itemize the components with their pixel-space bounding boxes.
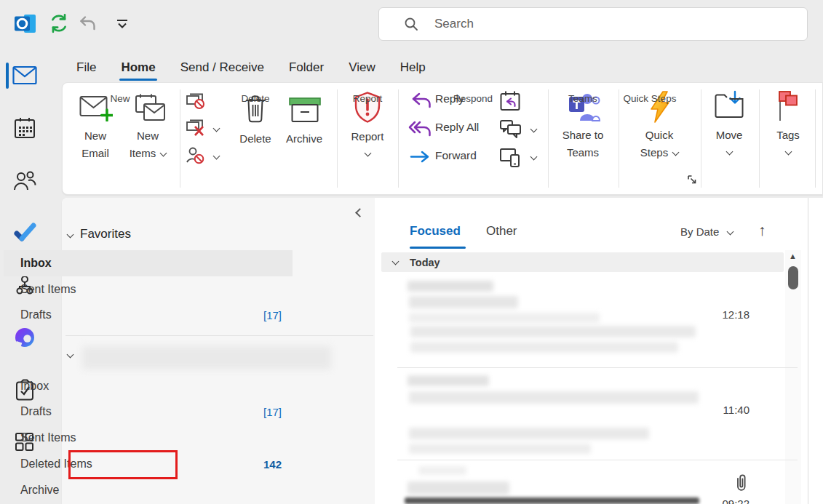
message-row-1[interactable]: 12:18 [381, 278, 784, 367]
account-header[interactable] [68, 352, 73, 357]
search-icon [404, 17, 418, 31]
menu-bar: File Home Send / Receive Folder View Hel… [62, 54, 427, 81]
reply-all-icon [408, 121, 432, 137]
nav-calendar-button[interactable] [14, 117, 36, 140]
new-items-chevron-icon [160, 150, 167, 157]
undo-icon [78, 14, 98, 33]
block-sender-button[interactable] [185, 146, 223, 168]
group-label-respond: Respond [444, 93, 502, 104]
message-time: 09:22 [716, 497, 750, 504]
folder-archive[interactable]: Archive [4, 477, 293, 503]
collapse-folder-pane-button[interactable] [357, 206, 363, 219]
message-divider [397, 367, 798, 368]
today-group-header[interactable]: Today [381, 252, 784, 272]
reply-with-device-button[interactable] [499, 147, 540, 169]
message-list-scrollbar[interactable]: ▲ [785, 250, 801, 504]
folder-sent-items[interactable]: Sent Items [4, 425, 293, 451]
junk-icon [185, 119, 207, 138]
account-name-redacted [82, 346, 331, 369]
send-receive-button[interactable] [48, 12, 70, 34]
today-chevron-icon [392, 257, 399, 265]
drafts-count-badge: [17] [263, 309, 282, 321]
folder-drafts-favorite[interactable]: Drafts [17] [4, 302, 293, 328]
outlook-window: { "app": {"name": "Outlook"}, "search": … [0, 0, 823, 504]
tags-chevron-icon [785, 148, 792, 156]
junk-button[interactable] [185, 119, 223, 140]
quick-steps-chevron-icon [672, 149, 680, 156]
toolbar-overflow-icon [115, 18, 130, 30]
outlook-logo [13, 12, 37, 36]
tab-focused[interactable]: Focused [410, 224, 461, 239]
calendar-icon [14, 117, 36, 140]
reading-pane-edge [808, 198, 823, 504]
reply-all-button[interactable]: Reply All [408, 120, 485, 137]
collapse-chevron-icon [355, 208, 365, 217]
message-row-3[interactable]: 09:22 [381, 463, 784, 504]
menu-home[interactable]: Home [119, 57, 156, 78]
sort-chevron-icon [726, 228, 733, 236]
meeting-reply-button[interactable] [499, 90, 522, 112]
forward-icon [410, 151, 430, 163]
nav-mail-button[interactable] [12, 65, 37, 86]
deleted-items-count-badge: 142 [263, 458, 282, 471]
drafts-count-badge: [17] [263, 406, 282, 418]
im-chevron-icon [530, 126, 538, 133]
scrollbar-thumb[interactable] [788, 266, 798, 289]
devices-icon [499, 147, 521, 167]
tags-button[interactable]: Tags [768, 89, 808, 165]
active-module-indicator [6, 63, 9, 89]
scroll-up-arrow[interactable]: ▲ [789, 252, 797, 260]
mail-icon [12, 65, 37, 86]
menu-send-receive[interactable]: Send / Receive [179, 57, 266, 78]
junk-chevron-icon [213, 125, 220, 132]
list-right-border [808, 198, 808, 504]
tab-other[interactable]: Other [486, 224, 517, 239]
folder-inbox-favorite[interactable]: Inbox [4, 250, 293, 276]
message-time: 12:18 [716, 308, 750, 321]
favorites-chevron-icon [67, 231, 74, 238]
quick-steps-dialog-launcher[interactable] [687, 175, 697, 185]
group-label-delete: Delete [230, 93, 281, 104]
focused-tab-underline [410, 247, 466, 249]
message-row-2[interactable]: 11:40 [381, 369, 784, 458]
undo-button[interactable] [78, 14, 98, 33]
move-chevron-icon [726, 148, 733, 156]
nav-people-button[interactable] [12, 170, 37, 191]
menu-help[interactable]: Help [399, 57, 427, 78]
group-label-report: Report [342, 93, 393, 104]
group-label-teams: Teams [557, 93, 609, 104]
message-time: 11:40 [716, 404, 750, 416]
move-button[interactable]: Move [707, 89, 751, 165]
message-divider [397, 460, 798, 460]
folder-inbox[interactable]: Inbox [4, 373, 293, 399]
todo-check-icon [13, 223, 36, 241]
menu-folder[interactable]: Folder [287, 57, 325, 78]
nav-todo-button[interactable] [13, 223, 36, 241]
folder-drafts[interactable]: Drafts [17] [4, 399, 293, 425]
device-chevron-icon [530, 153, 538, 161]
menu-file[interactable]: File [75, 57, 98, 78]
nav-purple-app-button[interactable] [13, 326, 36, 349]
purple-app-icon [13, 326, 36, 349]
move-icon [714, 90, 746, 119]
search-bar[interactable]: Search [378, 7, 808, 41]
menu-view[interactable]: View [347, 57, 377, 78]
customize-toolbar-button[interactable] [115, 18, 130, 30]
group-label-quick-steps: Quick Steps [610, 93, 690, 104]
favorites-header[interactable]: Favorites [68, 227, 131, 241]
archive-button[interactable]: Archive [281, 92, 327, 151]
forward-button[interactable]: Forward [410, 148, 482, 166]
reply-icon [411, 92, 432, 108]
folder-pane-divider [65, 335, 373, 336]
search-placeholder: Search [434, 17, 474, 31]
block-sender-icon [185, 146, 207, 165]
sync-icon [48, 12, 70, 34]
sort-direction-button[interactable]: ↑ [758, 222, 766, 239]
people-icon [12, 170, 37, 191]
folder-sent-items-favorite[interactable]: Sent Items [4, 276, 293, 303]
ignore-button[interactable] [185, 92, 223, 113]
im-reply-button[interactable] [499, 119, 540, 141]
sort-dropdown[interactable]: By Date [680, 225, 733, 238]
quick-access-toolbar [0, 0, 378, 48]
attachment-paperclip-icon [733, 473, 748, 493]
